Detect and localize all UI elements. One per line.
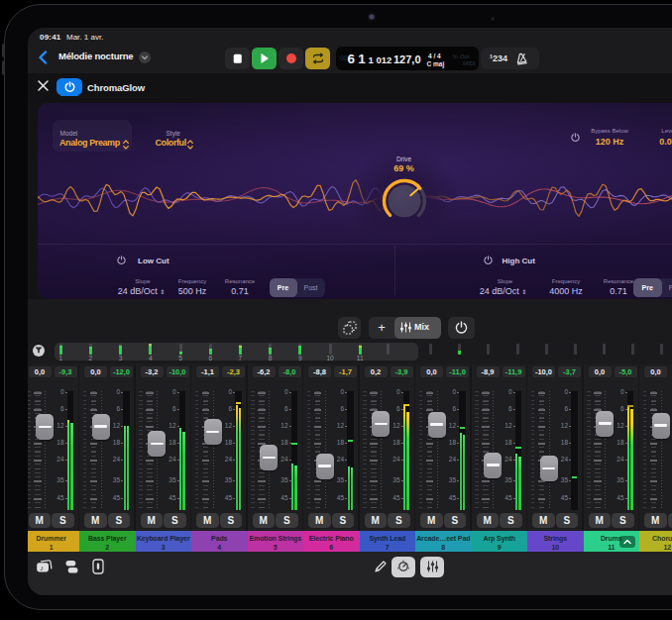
svg-text:♪: ♪ bbox=[40, 564, 44, 572]
